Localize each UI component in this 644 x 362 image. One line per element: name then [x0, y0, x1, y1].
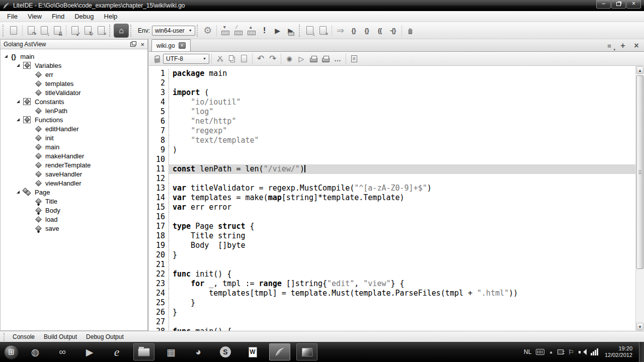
run-button[interactable]: ▶	[271, 24, 284, 37]
word[interactable]: W	[242, 343, 263, 360]
close-all-button[interactable]: ×	[95, 24, 108, 37]
tree-item-lenpath[interactable]: lenPath	[1, 106, 147, 115]
redo-button[interactable]: ↷	[267, 53, 279, 65]
code-line[interactable]: 21	[149, 260, 635, 269]
record-macro-button[interactable]: ◉	[283, 53, 295, 65]
tree-item-viewhandler[interactable]: viewHandler	[1, 178, 147, 188]
internet-explorer[interactable]: e	[106, 343, 127, 360]
volume-icon[interactable]	[579, 349, 586, 355]
split-add-button[interactable]: +	[618, 41, 627, 50]
unfold-all-button[interactable]: -{}	[386, 24, 399, 37]
stop-button[interactable]: !	[258, 24, 271, 37]
tree-item-constants[interactable]: Constants	[1, 97, 147, 106]
close-button[interactable]: ×	[626, 0, 641, 9]
tree-item-savehandler[interactable]: saveHandler	[1, 169, 147, 178]
float-panel-icon[interactable]	[130, 42, 135, 47]
tree-expanded-icon[interactable]	[17, 191, 20, 194]
save-all-button[interactable]: ⇊	[51, 24, 64, 37]
tree-expanded-icon[interactable]	[17, 118, 20, 121]
code-line[interactable]: 24 templates[tmpl] = template.Must(templ…	[149, 289, 635, 298]
code-line[interactable]: 19 Body []byte	[149, 241, 635, 250]
copy-button[interactable]	[226, 53, 238, 65]
tree-item-edithandler[interactable]: editHandler	[1, 124, 147, 133]
code-line[interactable]: 18 Title string	[149, 231, 635, 241]
open-file-button[interactable]: ↷	[25, 24, 38, 37]
code-line[interactable]: 17type Page struct {	[149, 222, 635, 231]
liteide[interactable]	[269, 343, 290, 360]
code-line[interactable]: 8 "text/template"	[149, 136, 635, 145]
encoding-select[interactable]: UTF-8 ▼	[163, 54, 209, 64]
keyboard-layout-icon[interactable]	[536, 349, 544, 355]
run-build-button[interactable]: ▶	[284, 24, 297, 37]
unfold-block-button[interactable]: {}	[360, 24, 373, 37]
undo-button[interactable]: ↶	[255, 53, 267, 65]
code-line[interactable]: 7 "regexp"	[149, 126, 635, 136]
vertical-scrollbar[interactable]: ▲ ▼	[635, 66, 644, 331]
menu-find[interactable]: Find	[47, 12, 69, 21]
code-line[interactable]: 26}	[149, 308, 635, 317]
toolbar-drag-handle[interactable]	[299, 25, 301, 37]
code-line[interactable]: 4 "io/ioutil"	[149, 98, 635, 107]
code-line[interactable]: 11const lenPath = len("/view/")	[149, 164, 635, 174]
code-line[interactable]: 12	[149, 174, 635, 184]
code-line[interactable]: 25 }	[149, 298, 635, 308]
code-line[interactable]: 20}	[149, 250, 635, 260]
toolbar-drag-handle[interactable]	[3, 25, 5, 37]
language-indicator[interactable]: NL	[524, 348, 531, 355]
close-editor-button[interactable]: ×	[632, 41, 641, 50]
tree-item-makehandler[interactable]: makeHandler	[1, 151, 147, 160]
export-button[interactable]: ▷	[295, 53, 307, 65]
file-info-button[interactable]: ≡	[348, 53, 360, 65]
tree-item-functions[interactable]: Functions	[1, 115, 147, 124]
tree-item-init[interactable]: init	[1, 133, 147, 142]
tree-item-load[interactable]: load	[1, 215, 147, 224]
menu-help[interactable]: Help	[99, 12, 123, 21]
home-button[interactable]: ⌂	[114, 24, 129, 38]
code-line[interactable]: 2	[149, 78, 635, 88]
code-line[interactable]: 9)	[149, 145, 635, 155]
close-panel-icon[interactable]: ×	[140, 41, 144, 48]
code-line[interactable]: 14var templates = make(map[string]*templ…	[149, 193, 635, 203]
network-sphere[interactable]: ◍	[25, 343, 46, 360]
tree-item-rendertemplate[interactable]: renderTemplate	[1, 160, 147, 169]
save-file-button[interactable]: ↓	[38, 24, 51, 37]
infinity-app[interactable]: ∞	[52, 343, 73, 360]
show-desktop-button[interactable]	[639, 342, 644, 362]
code-line[interactable]: 6 "net/http"	[149, 117, 635, 126]
code-line[interactable]: 10	[149, 155, 635, 164]
reload-file-button[interactable]: ↙	[68, 24, 82, 37]
output-tab-console[interactable]: Console	[8, 332, 39, 341]
print-preview-button[interactable]	[319, 53, 332, 65]
code-line[interactable]: 1package main	[149, 69, 635, 78]
close-file-button[interactable]: ↻	[82, 24, 95, 37]
code-line[interactable]: 27	[149, 317, 635, 327]
code-line[interactable]: 15var err error	[149, 203, 635, 212]
code-line[interactable]: 13var titleValidator = regexp.MustCompil…	[149, 184, 635, 193]
tree-item-main[interactable]: main	[1, 142, 147, 151]
tree-expanded-icon[interactable]	[17, 64, 20, 67]
tree-item-titlevalidator[interactable]: titleValidator	[1, 88, 147, 97]
tree-expanded-icon[interactable]	[5, 55, 8, 58]
tab-close-icon[interactable]: ×	[179, 42, 186, 49]
fold-all-button[interactable]: ({	[373, 24, 386, 37]
image-viewer[interactable]	[296, 343, 317, 360]
tree-item-main[interactable]: {}main	[1, 52, 147, 61]
build-button[interactable]: ▾	[219, 24, 232, 37]
menu-debug[interactable]: Debug	[69, 12, 99, 21]
goto-next-button[interactable]: ⇒	[334, 24, 347, 37]
tree-item-save[interactable]: save	[1, 224, 147, 233]
output-tab-debug-output[interactable]: Debug Output	[82, 332, 128, 341]
fold-block-button[interactable]: {}	[347, 24, 360, 37]
scrollbar-thumb[interactable]	[636, 75, 643, 269]
menu-file[interactable]: File	[2, 12, 23, 21]
code-line[interactable]: 22func init() {	[149, 269, 635, 279]
tree-item-page[interactable]: Page	[1, 188, 147, 197]
scroll-down-arrow[interactable]: ▼	[636, 323, 643, 330]
toolbar-drag-handle[interactable]	[197, 25, 199, 37]
delete-doc-button[interactable]: ×	[316, 24, 330, 37]
action-center-flag-icon[interactable]: ⚐	[568, 348, 574, 356]
code-line[interactable]: 28func main() {	[149, 327, 635, 331]
output-tab-build-output[interactable]: Build Output	[39, 332, 82, 341]
paste-button[interactable]	[238, 53, 250, 65]
scroll-up-arrow[interactable]: ▲	[636, 66, 643, 74]
